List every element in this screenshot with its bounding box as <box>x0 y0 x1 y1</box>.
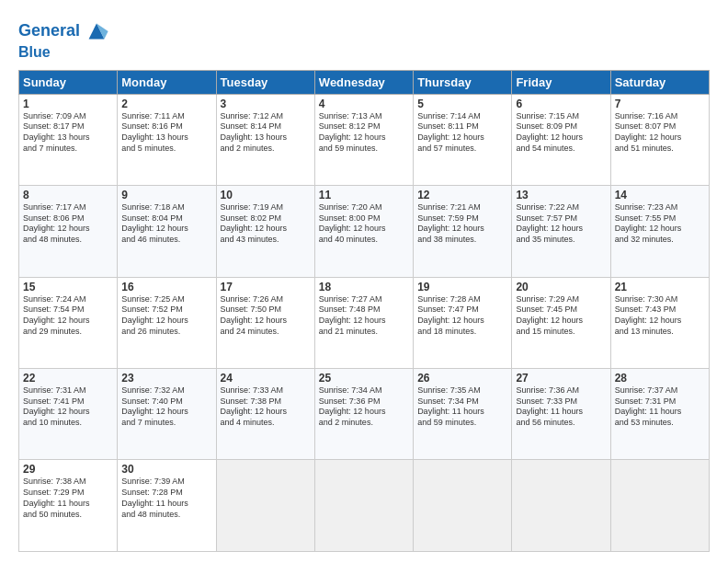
header-cell-sunday: Sunday <box>19 70 118 94</box>
day-number: 15 <box>23 281 113 293</box>
day-number: 7 <box>615 98 705 110</box>
day-detail: Sunrise: 7:25 AM Sunset: 7:52 PM Dayligh… <box>121 294 211 338</box>
header-cell-friday: Friday <box>512 70 610 94</box>
day-number: 28 <box>615 372 705 385</box>
day-number: 20 <box>516 281 606 293</box>
day-number: 21 <box>615 281 705 293</box>
day-cell <box>414 460 512 552</box>
day-cell: 16Sunrise: 7:25 AM Sunset: 7:52 PM Dayli… <box>118 277 216 368</box>
day-detail: Sunrise: 7:34 AM Sunset: 7:36 PM Dayligh… <box>319 385 409 429</box>
day-cell <box>216 460 314 552</box>
day-detail: Sunrise: 7:28 AM Sunset: 7:47 PM Dayligh… <box>417 294 507 338</box>
day-number: 10 <box>221 189 311 201</box>
day-detail: Sunrise: 7:39 AM Sunset: 7:28 PM Dayligh… <box>121 477 211 520</box>
day-cell: 21Sunrise: 7:30 AM Sunset: 7:43 PM Dayli… <box>610 277 709 368</box>
day-detail: Sunrise: 7:37 AM Sunset: 7:31 PM Dayligh… <box>615 385 705 429</box>
day-cell: 8Sunrise: 7:17 AM Sunset: 8:06 PM Daylig… <box>19 186 118 277</box>
day-number: 26 <box>417 372 507 385</box>
day-detail: Sunrise: 7:16 AM Sunset: 8:07 PM Dayligh… <box>615 111 705 155</box>
day-cell: 10Sunrise: 7:19 AM Sunset: 8:02 PM Dayli… <box>216 186 314 277</box>
day-cell <box>610 460 709 552</box>
day-number: 9 <box>121 189 211 201</box>
day-detail: Sunrise: 7:11 AM Sunset: 8:16 PM Dayligh… <box>121 111 211 155</box>
day-number: 16 <box>121 281 211 293</box>
week-row-3: 15Sunrise: 7:24 AM Sunset: 7:54 PM Dayli… <box>19 277 710 368</box>
day-cell: 17Sunrise: 7:26 AM Sunset: 7:50 PM Dayli… <box>216 277 314 368</box>
day-detail: Sunrise: 7:32 AM Sunset: 7:40 PM Dayligh… <box>121 385 211 429</box>
week-row-1: 1Sunrise: 7:09 AM Sunset: 8:17 PM Daylig… <box>19 94 710 185</box>
page: General Blue SundayMondayTuesdayWednesda… <box>0 0 728 563</box>
day-detail: Sunrise: 7:29 AM Sunset: 7:45 PM Dayligh… <box>516 294 606 338</box>
logo-icon <box>84 18 109 44</box>
day-cell: 7Sunrise: 7:16 AM Sunset: 8:07 PM Daylig… <box>610 94 709 185</box>
day-cell: 18Sunrise: 7:27 AM Sunset: 7:48 PM Dayli… <box>314 277 413 368</box>
calendar-header: SundayMondayTuesdayWednesdayThursdayFrid… <box>19 70 710 94</box>
day-detail: Sunrise: 7:26 AM Sunset: 7:50 PM Dayligh… <box>221 294 311 338</box>
header-row: SundayMondayTuesdayWednesdayThursdayFrid… <box>19 70 710 94</box>
day-detail: Sunrise: 7:17 AM Sunset: 8:06 PM Dayligh… <box>23 202 113 246</box>
week-row-4: 22Sunrise: 7:31 AM Sunset: 7:41 PM Dayli… <box>19 369 710 460</box>
week-row-2: 8Sunrise: 7:17 AM Sunset: 8:06 PM Daylig… <box>19 186 710 277</box>
day-number: 19 <box>417 281 507 293</box>
calendar-table: SundayMondayTuesdayWednesdayThursdayFrid… <box>18 70 710 552</box>
day-cell: 27Sunrise: 7:36 AM Sunset: 7:33 PM Dayli… <box>512 369 610 460</box>
header: General Blue <box>18 15 710 61</box>
logo-blue: Blue <box>18 44 109 61</box>
day-number: 13 <box>516 189 606 201</box>
day-detail: Sunrise: 7:13 AM Sunset: 8:12 PM Dayligh… <box>319 111 409 155</box>
day-cell: 28Sunrise: 7:37 AM Sunset: 7:31 PM Dayli… <box>610 369 709 460</box>
day-number: 27 <box>516 372 606 385</box>
day-cell: 23Sunrise: 7:32 AM Sunset: 7:40 PM Dayli… <box>118 369 216 460</box>
day-number: 22 <box>23 372 113 385</box>
day-cell: 26Sunrise: 7:35 AM Sunset: 7:34 PM Dayli… <box>414 369 512 460</box>
day-cell: 12Sunrise: 7:21 AM Sunset: 7:59 PM Dayli… <box>414 186 512 277</box>
day-number: 17 <box>221 281 311 293</box>
header-cell-saturday: Saturday <box>610 70 709 94</box>
day-detail: Sunrise: 7:09 AM Sunset: 8:17 PM Dayligh… <box>23 111 113 155</box>
header-cell-wednesday: Wednesday <box>314 70 413 94</box>
day-detail: Sunrise: 7:14 AM Sunset: 8:11 PM Dayligh… <box>417 111 507 155</box>
header-cell-thursday: Thursday <box>414 70 512 94</box>
day-number: 3 <box>221 98 311 110</box>
day-cell: 4Sunrise: 7:13 AM Sunset: 8:12 PM Daylig… <box>314 94 413 185</box>
day-number: 30 <box>121 463 211 476</box>
day-cell: 9Sunrise: 7:18 AM Sunset: 8:04 PM Daylig… <box>118 186 216 277</box>
day-detail: Sunrise: 7:19 AM Sunset: 8:02 PM Dayligh… <box>221 202 311 246</box>
day-detail: Sunrise: 7:23 AM Sunset: 7:55 PM Dayligh… <box>615 202 705 246</box>
day-cell: 5Sunrise: 7:14 AM Sunset: 8:11 PM Daylig… <box>414 94 512 185</box>
day-detail: Sunrise: 7:35 AM Sunset: 7:34 PM Dayligh… <box>417 385 507 429</box>
day-number: 24 <box>221 372 311 385</box>
day-number: 6 <box>516 98 606 110</box>
day-detail: Sunrise: 7:31 AM Sunset: 7:41 PM Dayligh… <box>23 385 113 429</box>
day-cell: 19Sunrise: 7:28 AM Sunset: 7:47 PM Dayli… <box>414 277 512 368</box>
day-cell: 25Sunrise: 7:34 AM Sunset: 7:36 PM Dayli… <box>314 369 413 460</box>
day-cell: 14Sunrise: 7:23 AM Sunset: 7:55 PM Dayli… <box>610 186 709 277</box>
day-detail: Sunrise: 7:21 AM Sunset: 7:59 PM Dayligh… <box>417 202 507 246</box>
day-cell <box>512 460 610 552</box>
day-cell: 29Sunrise: 7:38 AM Sunset: 7:29 PM Dayli… <box>19 460 118 552</box>
day-cell: 30Sunrise: 7:39 AM Sunset: 7:28 PM Dayli… <box>118 460 216 552</box>
day-cell: 3Sunrise: 7:12 AM Sunset: 8:14 PM Daylig… <box>216 94 314 185</box>
day-detail: Sunrise: 7:20 AM Sunset: 8:00 PM Dayligh… <box>319 202 409 246</box>
day-cell: 1Sunrise: 7:09 AM Sunset: 8:17 PM Daylig… <box>19 94 118 185</box>
day-cell: 15Sunrise: 7:24 AM Sunset: 7:54 PM Dayli… <box>19 277 118 368</box>
day-detail: Sunrise: 7:12 AM Sunset: 8:14 PM Dayligh… <box>221 111 311 155</box>
day-detail: Sunrise: 7:27 AM Sunset: 7:48 PM Dayligh… <box>319 294 409 338</box>
day-cell: 24Sunrise: 7:33 AM Sunset: 7:38 PM Dayli… <box>216 369 314 460</box>
day-number: 1 <box>23 98 113 110</box>
day-number: 29 <box>23 463 113 476</box>
day-number: 23 <box>121 372 211 385</box>
day-number: 5 <box>417 98 507 110</box>
day-number: 11 <box>319 189 409 201</box>
week-row-5: 29Sunrise: 7:38 AM Sunset: 7:29 PM Dayli… <box>19 460 710 552</box>
day-number: 4 <box>319 98 409 110</box>
day-detail: Sunrise: 7:33 AM Sunset: 7:38 PM Dayligh… <box>221 385 311 429</box>
logo-text: General <box>18 22 80 40</box>
day-cell: 13Sunrise: 7:22 AM Sunset: 7:57 PM Dayli… <box>512 186 610 277</box>
day-cell: 20Sunrise: 7:29 AM Sunset: 7:45 PM Dayli… <box>512 277 610 368</box>
calendar-body: 1Sunrise: 7:09 AM Sunset: 8:17 PM Daylig… <box>19 94 710 551</box>
day-number: 2 <box>121 98 211 110</box>
day-cell <box>314 460 413 552</box>
day-detail: Sunrise: 7:18 AM Sunset: 8:04 PM Dayligh… <box>121 202 211 246</box>
header-cell-monday: Monday <box>118 70 216 94</box>
